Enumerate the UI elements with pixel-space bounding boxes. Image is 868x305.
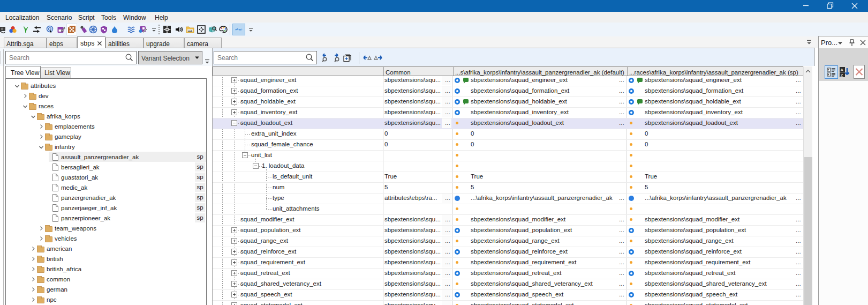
svg-text:A: A [841,68,844,72]
svg-text:Z: Z [841,73,843,78]
